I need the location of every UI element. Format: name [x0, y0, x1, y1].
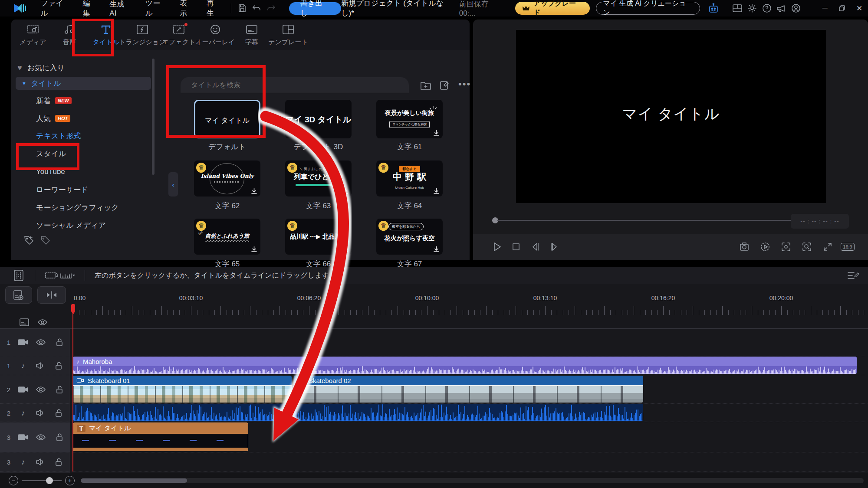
track-header-audio-2[interactable]: 2 ♪: [0, 404, 70, 422]
minimize-button[interactable]: ─: [816, 0, 834, 16]
track-header-video-2[interactable]: 2: [0, 376, 70, 403]
my-ai-creations-button[interactable]: マイ 生成 AI クリエーション: [596, 2, 700, 15]
zoom-out-button[interactable]: −: [9, 476, 18, 485]
template-moji-64[interactable]: 都心すぐ 中 野 駅 Urban Culture Hub ♛: [376, 160, 443, 197]
unlock-icon[interactable]: [56, 385, 63, 394]
menu-edit[interactable]: 編集: [77, 0, 104, 16]
previous-frame-button[interactable]: [528, 239, 542, 254]
stop-button[interactable]: [509, 239, 523, 254]
sidebar-item-popular[interactable]: 人気 HOT: [11, 112, 156, 125]
title-clip-my-title[interactable]: T マイ タイトル: [73, 422, 248, 451]
unlock-icon[interactable]: [55, 458, 62, 466]
scrub-track[interactable]: [497, 220, 791, 221]
layout-button[interactable]: [730, 2, 745, 14]
menu-play[interactable]: 再生: [201, 0, 227, 16]
timeline-scrollbar-thumb[interactable]: [81, 478, 187, 483]
render-preview-button[interactable]: [758, 239, 773, 254]
timeline-scrollbar-track[interactable]: [81, 478, 864, 483]
more-options-button[interactable]: •••: [458, 79, 471, 90]
playhead-line[interactable]: [72, 304, 73, 472]
eye-icon[interactable]: [36, 386, 46, 393]
sidebar-item-youtube[interactable]: YouTube: [11, 165, 156, 178]
track-header-audio-3[interactable]: 3 ♪: [0, 453, 70, 471]
tab-subtitles[interactable]: 字幕: [233, 20, 270, 50]
audio-clip-skateboard-01[interactable]: [73, 404, 292, 421]
template-moji-65[interactable]: ✂ 自然とふれあう旅 ♛: [194, 219, 260, 255]
tab-media[interactable]: メディア: [15, 20, 51, 50]
split-button[interactable]: [37, 286, 66, 304]
close-button[interactable]: ✕: [851, 0, 868, 16]
settings-button[interactable]: [745, 2, 760, 14]
undo-button[interactable]: [249, 2, 264, 14]
aspect-ratio-button[interactable]: 16:9: [840, 239, 855, 254]
redo-button[interactable]: [264, 2, 279, 14]
eye-icon[interactable]: [36, 433, 46, 441]
sidebar-group-titles[interactable]: ▼ タイトル: [16, 77, 151, 90]
remove-tag-icon[interactable]: [40, 235, 51, 246]
snapshot-button[interactable]: [737, 239, 752, 254]
template-moji-66[interactable]: 品川駅 ⋯▶ 北品川駅 ♛: [285, 219, 352, 255]
storyboard-view-icon[interactable]: [12, 269, 25, 282]
zoom-slider-track[interactable]: [22, 480, 62, 481]
unlock-icon[interactable]: [55, 361, 62, 370]
collapse-panel-button[interactable]: ‹: [168, 172, 178, 197]
eye-icon[interactable]: [37, 318, 48, 326]
video-clip-skateboard-01[interactable]: Skateboard 01: [73, 376, 292, 403]
play-button[interactable]: [490, 239, 504, 254]
tab-overlays[interactable]: オーバーレイ: [197, 20, 233, 50]
announcements-button[interactable]: [774, 2, 789, 14]
search-input[interactable]: [181, 77, 409, 93]
next-frame-button[interactable]: [547, 239, 562, 254]
track-header-video-3[interactable]: 3: [0, 422, 70, 452]
tab-audio[interactable]: 音声: [51, 20, 88, 50]
template-moji-63[interactable]: ＼ 気ままに のんびり ／ 列車でひとり旅 ♛: [285, 160, 352, 197]
zoom-slider-knob[interactable]: [46, 477, 53, 484]
tab-templates[interactable]: テンプレート: [270, 20, 306, 50]
preview-video-area[interactable]: マイ タイトル: [516, 30, 826, 203]
sidebar-item-social-media[interactable]: ソーシャル メディア: [11, 219, 156, 232]
menu-view[interactable]: 表示: [174, 0, 201, 16]
export-button[interactable]: 書き出し: [289, 2, 341, 15]
preview-quality-button[interactable]: [779, 239, 793, 254]
video-clip-skateboard-02[interactable]: Skateboard 02: [294, 376, 643, 403]
ai-robot-icon[interactable]: [708, 3, 719, 14]
sidebar-favorites[interactable]: ♥ お気に入り: [11, 61, 156, 74]
track-edit-icon[interactable]: [846, 269, 859, 282]
track-header-video-1[interactable]: 1: [0, 329, 70, 356]
speaker-icon[interactable]: [36, 409, 45, 417]
template-default[interactable]: マイ タイトル: [194, 100, 260, 138]
add-tag-icon[interactable]: [23, 235, 35, 246]
sidebar-scrollbar[interactable]: [152, 59, 155, 175]
zoom-in-button[interactable]: +: [65, 476, 75, 485]
tab-transitions[interactable]: トランジション: [124, 20, 161, 50]
timeline-track-view-icon[interactable]: [45, 269, 59, 282]
template-default-3d[interactable]: マイ 3D タイトル: [285, 100, 352, 138]
unlock-icon[interactable]: [56, 433, 63, 442]
audio-clip-mahoroba[interactable]: ♪ Mahoroba: [73, 357, 857, 374]
track-header-audio-1[interactable]: 1 ♪: [0, 357, 70, 375]
menu-generative-ai[interactable]: 生成 AI: [103, 0, 139, 16]
sidebar-item-lower-thirds[interactable]: ローワーサード: [11, 183, 156, 196]
track-manager-button[interactable]: [5, 286, 32, 304]
tab-effects[interactable]: エフェクト: [161, 20, 197, 50]
unlock-icon[interactable]: [56, 338, 63, 347]
account-button[interactable]: [789, 2, 803, 14]
audio-clip-skateboard-02[interactable]: [294, 404, 643, 421]
template-moji-67[interactable]: 夜空を彩る光たち 花火が照らす夜空 ♛: [376, 219, 443, 255]
sidebar-item-motion-graphics[interactable]: モーショングラフィック: [11, 201, 156, 214]
ruler-options-icon[interactable]: [59, 269, 75, 282]
unlock-icon[interactable]: [55, 409, 62, 417]
speaker-icon[interactable]: [36, 361, 45, 370]
sidebar-item-new[interactable]: 新着 NEW: [11, 94, 156, 107]
subtitle-track-icon[interactable]: [19, 318, 30, 327]
template-moji-61[interactable]: 夜景が美しい街旅 ロマンチックな夜を満喫: [376, 100, 443, 138]
import-title-icon[interactable]: [420, 80, 431, 91]
zoom-preview-button[interactable]: [799, 239, 814, 254]
sidebar-item-text-format[interactable]: テキスト形式: [11, 129, 156, 142]
upgrade-button[interactable]: アップグレード: [515, 2, 589, 15]
save-button[interactable]: [235, 2, 250, 14]
template-moji-62[interactable]: Island Vibes Only ♛: [194, 160, 260, 197]
eye-icon[interactable]: [36, 338, 46, 346]
fullscreen-button[interactable]: [820, 239, 835, 254]
menu-file[interactable]: ファイル: [34, 0, 76, 16]
